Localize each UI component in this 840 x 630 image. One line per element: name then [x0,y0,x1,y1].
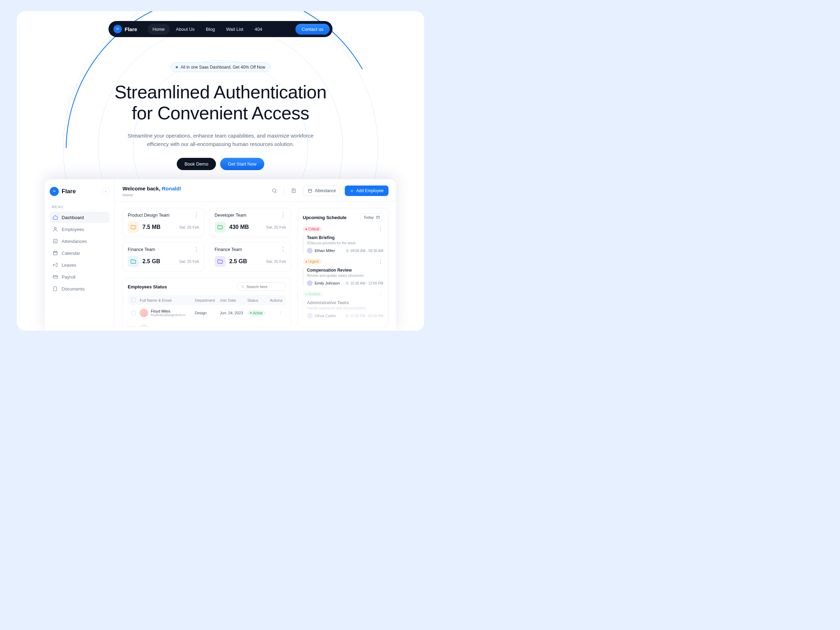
schedule-item[interactable]: Urgent⋮Compensation ReviewReview and upd… [303,258,383,286]
team-card[interactable]: Finance Team⋮2.5 GBSat, 25 Feb [209,242,291,272]
add-employee-button[interactable]: Add Employee [345,185,388,196]
hero-subtext: Streamline your operations, enhance team… [17,132,424,149]
brand-name: Flare [125,26,137,32]
svg-rect-3 [53,275,57,278]
team-more-button[interactable]: ⋮ [280,212,286,218]
attendance-button[interactable]: Attendance [303,185,341,196]
notification-button[interactable] [288,185,299,196]
nav-link-about[interactable]: About Us [171,24,199,35]
team-card[interactable]: Developer Team⋮430 MBSat, 25 Feb [209,208,291,237]
folder-icon [128,256,139,267]
table-row[interactable]: Savannah NguyenResearchFeb. 23, 2023Inac… [128,321,286,327]
employee-join: Feb. 23, 2023 [219,326,247,327]
col-actions: Actions [267,298,283,302]
avatar [307,280,313,286]
plus-icon [350,189,354,193]
employees-status-card: Employees Status Full Name & Email Depar… [123,277,291,327]
team-more-button[interactable]: ⋮ [280,247,286,253]
row-more-button[interactable]: ⋮ [267,311,283,315]
svg-rect-5 [292,189,295,193]
logout-icon [52,262,58,268]
nav-link-home[interactable]: Home [148,24,170,35]
svg-rect-2 [54,251,57,255]
calendar-icon [52,250,58,256]
dashboard-header: Welcome back, Ronald! Home Attendance Ad… [115,179,396,202]
file-icon [52,286,58,292]
schedule-subtitle: SDiscuss priorities for the week [307,241,383,245]
sidebar-collapse-button[interactable] [102,188,109,195]
team-name: Developer Team [215,213,246,218]
promo-pill[interactable]: All in one Saas Dashboard, Get 40% Off N… [171,62,270,72]
search-button[interactable] [269,185,279,196]
get-start-button[interactable]: Get Start Now [220,158,264,170]
nav-link-waitlist[interactable]: Wait List [221,24,248,35]
welcome-text: Welcome back, Ronald! [123,185,181,191]
checkbox[interactable] [131,298,136,302]
sidebar-item-attendances[interactable]: Attendances [50,235,109,247]
sidebar-item-payroll[interactable]: Payroll [50,271,109,283]
nav-link-blog[interactable]: Blog [201,24,220,35]
team-size: 2.5 GB [142,258,160,265]
team-size: 430 MB [229,224,249,230]
table-search-input[interactable] [246,284,282,289]
sidebar-item-label: Calendar [62,251,80,256]
status-badge: Active [248,311,265,316]
divider [284,187,284,194]
schedule-more-button[interactable]: ⋮ [377,226,383,232]
book-demo-button[interactable]: Book Demo [177,158,216,170]
schedule-time: 10:30 AM - 12:00 PM [345,281,383,285]
schedule-more-button[interactable]: ⋮ [377,258,383,265]
col-status: Status [248,298,267,302]
assignee: Olivia Carter [307,313,336,319]
breadcrumb: Home [123,193,181,197]
employee-dept: Design [194,311,220,315]
col-name: Full Name & Email [140,298,194,302]
avatar [307,248,313,253]
checkbox[interactable] [131,311,136,315]
check-square-icon [52,238,58,244]
contact-us-button[interactable]: Contact us [295,24,330,35]
folder-icon [215,221,226,233]
calendar-icon [376,215,380,219]
team-card[interactable]: Finance Team⋮2.5 GBSat, 25 Feb [123,242,204,272]
search-icon [241,284,244,289]
sidebar-section-label: MENU [52,205,109,209]
top-navbar: Flare Home About Us Blog Wait List 404 C… [109,21,333,37]
sidebar-item-label: Payroll [62,275,76,279]
table-search[interactable] [237,283,286,291]
promo-dot-icon [176,66,178,68]
schedule-item[interactable]: Routine⋮Administrative TasksHandle paper… [303,291,383,319]
sidebar-item-leaves[interactable]: Leaves [50,259,109,270]
nav-links: Home About Us Blog Wait List 404 [148,24,267,35]
sidebar-item-label: Leaves [62,262,76,268]
sidebar-item-documents[interactable]: Documents [50,283,109,294]
table-header-row: Full Name & Email Department Join Date S… [128,295,286,305]
sidebar: Flare MENU Dashboard Employees Attendanc… [45,179,115,331]
schedule-more-button[interactable]: ⋮ [377,291,383,297]
nav-link-404[interactable]: 404 [249,24,267,35]
row-more-button[interactable]: ⋮ [267,326,283,327]
employee-name: Floyd Miles [151,309,185,313]
sidebar-brand-name: Flare [62,188,76,195]
team-date: Sat, 25 Feb [266,225,286,229]
team-more-button[interactable]: ⋮ [194,247,199,253]
table-row[interactable]: Floyd Milesfloydmiles@pagedone.ioDesignJ… [128,305,286,321]
team-more-button[interactable]: ⋮ [194,212,199,218]
schedule-subtitle: Handle paperwork and documentation [307,306,383,310]
schedule-item[interactable]: Critical⋮Team BriefingSDiscuss prioritie… [303,226,383,253]
sidebar-item-calendar[interactable]: Calendar [50,248,109,259]
employee-email: floydmiles@pagedone.io [151,313,185,317]
user-icon [52,226,58,232]
sidebar-item-employees[interactable]: Employees [50,224,109,235]
employee-name: Savannah Nguyen [151,326,183,327]
dashboard-preview: Flare MENU Dashboard Employees Attendanc… [45,179,396,331]
schedule-title: Administrative Tasks [307,300,383,305]
team-date: Sat, 25 Feb [266,259,286,264]
hero-headline: Streamlined Authentication for Convenien… [17,82,424,124]
folder-icon [215,256,226,267]
checkbox[interactable] [131,326,136,327]
sidebar-item-dashboard[interactable]: Dashboard [50,212,109,223]
team-card[interactable]: Product Design Team⋮7.5 MBSat, 25 Feb [123,208,204,237]
wallet-icon [52,274,58,279]
today-button[interactable]: Today [360,213,383,221]
